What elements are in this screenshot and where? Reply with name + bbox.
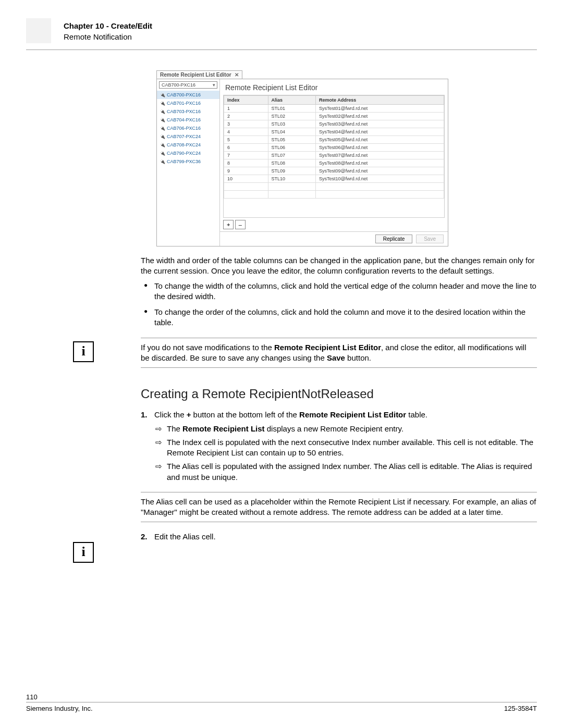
sidebar-item[interactable]: CAB700-PXC16 (157, 91, 219, 99)
table-row[interactable]: 7STL07SysTest07@fwrd.rd.net (224, 152, 444, 159)
table-row[interactable]: 6STL06SysTest06@fwrd.rd.net (224, 144, 444, 152)
table-cell[interactable]: 9 (224, 167, 268, 175)
recipient-table[interactable]: IndexAliasRemote Address1STL01SysTest01@… (223, 95, 445, 218)
section-title: Remote Notification (26, 30, 537, 41)
add-button[interactable]: + (223, 220, 234, 229)
table-cell[interactable]: 4 (224, 128, 268, 136)
bullet-width: To change the width of the columns, clic… (141, 281, 537, 302)
table-cell[interactable]: SysTest01@fwrd.rd.net (316, 105, 444, 113)
sidebar-item[interactable]: CAB707-PXC24 (157, 132, 219, 141)
table-cell[interactable]: 6 (224, 144, 268, 152)
editor-title: Remote Recipient List Editor (220, 79, 448, 95)
step-1-result-3: The Alias cell is populated with the ass… (154, 461, 537, 483)
note-alias: The Alias cell can be used as a placehol… (141, 497, 537, 518)
table-row (224, 183, 444, 191)
table-row[interactable]: 4STL04SysTest04@fwrd.rd.net (224, 128, 444, 136)
table-cell[interactable]: 8 (224, 159, 268, 167)
info-icon: i (73, 341, 94, 362)
table-cell[interactable]: STL05 (268, 136, 316, 144)
bullet-order: To change the order of the columns, clic… (141, 307, 537, 328)
page-footer: 110 Siemens Industry, Inc. 125-3584T (26, 693, 537, 712)
table-cell[interactable]: STL03 (268, 120, 316, 128)
table-row[interactable]: 8STL08SysTest08@fwrd.rd.net (224, 159, 444, 167)
step-1: Click the + button at the bottom left of… (141, 410, 537, 483)
save-button[interactable]: Save (416, 235, 444, 243)
table-row[interactable]: 9STL09SysTest09@fwrd.rd.net (224, 167, 444, 175)
table-cell[interactable]: 10 (224, 175, 268, 183)
device-sidebar: CAB700-PXC16 CAB700-PXC16CAB701-PXC16CAB… (157, 79, 220, 246)
sidebar-item[interactable]: CAB704-PXC16 (157, 116, 219, 124)
sidebar-item[interactable]: CAB706-PXC16 (157, 124, 219, 132)
remove-button[interactable]: – (235, 220, 246, 229)
info-icon: i (73, 542, 94, 563)
device-combo[interactable]: CAB700-PXC16 (159, 81, 217, 89)
step-1-result-2: The Index cell is populated with the nex… (154, 437, 537, 459)
sidebar-item[interactable]: CAB790-PXC24 (157, 149, 219, 157)
table-cell[interactable]: STL04 (268, 128, 316, 136)
table-cell[interactable]: STL07 (268, 152, 316, 159)
sidebar-item[interactable]: CAB701-PXC16 (157, 99, 219, 107)
note-save: If you do not save modifications to the … (141, 342, 537, 364)
sidebar-item[interactable]: CAB799-PXC36 (157, 157, 219, 166)
step-2: Edit the Alias cell. (141, 532, 537, 542)
table-cell[interactable]: SysTest05@fwrd.rd.net (316, 136, 444, 144)
table-cell[interactable]: SysTest02@fwrd.rd.net (316, 113, 444, 120)
table-cell[interactable]: SysTest07@fwrd.rd.net (316, 152, 444, 159)
table-cell[interactable]: 3 (224, 120, 268, 128)
footer-right: 125-3584T (504, 705, 537, 712)
editor-tab-label: Remote Recipient List Editor (160, 72, 231, 78)
table-cell[interactable]: 5 (224, 136, 268, 144)
table-cell[interactable]: STL02 (268, 113, 316, 120)
table-row[interactable]: 5STL05SysTest05@fwrd.rd.net (224, 136, 444, 144)
table-cell[interactable]: STL01 (268, 105, 316, 113)
table-cell[interactable]: SysTest10@fwrd.rd.net (316, 175, 444, 183)
section-heading: Creating a Remote RecipientNotReleased (141, 386, 537, 402)
footer-left: Siemens Industry, Inc. (26, 705, 93, 712)
table-row (224, 191, 444, 199)
table-cell[interactable]: STL09 (268, 167, 316, 175)
page-number: 110 (26, 693, 537, 701)
table-cell[interactable]: SysTest03@fwrd.rd.net (316, 120, 444, 128)
table-cell[interactable]: STL08 (268, 159, 316, 167)
table-cell[interactable]: SysTest08@fwrd.rd.net (316, 159, 444, 167)
intro-paragraph: The width and order of the table columns… (141, 255, 537, 277)
replicate-button[interactable]: Replicate (375, 235, 413, 243)
table-cell[interactable]: SysTest04@fwrd.rd.net (316, 128, 444, 136)
table-cell[interactable]: SysTest06@fwrd.rd.net (316, 144, 444, 152)
step-1-result-1: The Remote Recipient List displays a new… (154, 424, 537, 434)
close-icon[interactable]: ✕ (235, 72, 239, 78)
page-header: Chapter 10 - Create/Edit Remote Notifica… (26, 18, 537, 43)
table-cell[interactable]: SysTest09@fwrd.rd.net (316, 167, 444, 175)
table-row[interactable]: 10STL10SysTest10@fwrd.rd.net (224, 175, 444, 183)
table-row[interactable]: 3STL03SysTest03@fwrd.rd.net (224, 120, 444, 128)
table-cell[interactable]: 1 (224, 105, 268, 113)
header-logo-placeholder (26, 18, 51, 43)
sidebar-item[interactable]: CAB708-PXC24 (157, 141, 219, 149)
editor-screenshot: Remote Recipient List Editor ✕ CAB700-PX… (156, 70, 448, 250)
table-row[interactable]: 2STL02SysTest02@fwrd.rd.net (224, 113, 444, 120)
chapter-title: Chapter 10 - Create/Edit (26, 18, 537, 30)
table-cell[interactable]: 7 (224, 152, 268, 159)
column-header[interactable]: Alias (268, 96, 316, 105)
table-cell[interactable]: STL06 (268, 144, 316, 152)
editor-tab[interactable]: Remote Recipient List Editor ✕ (156, 70, 242, 79)
sidebar-item[interactable]: CAB703-PXC16 (157, 107, 219, 116)
table-row[interactable]: 1STL01SysTest01@fwrd.rd.net (224, 105, 444, 113)
table-cell[interactable]: STL10 (268, 175, 316, 183)
header-rule (26, 50, 537, 50)
column-header[interactable]: Index (224, 96, 268, 105)
column-header[interactable]: Remote Address (316, 96, 444, 105)
table-cell[interactable]: 2 (224, 113, 268, 120)
